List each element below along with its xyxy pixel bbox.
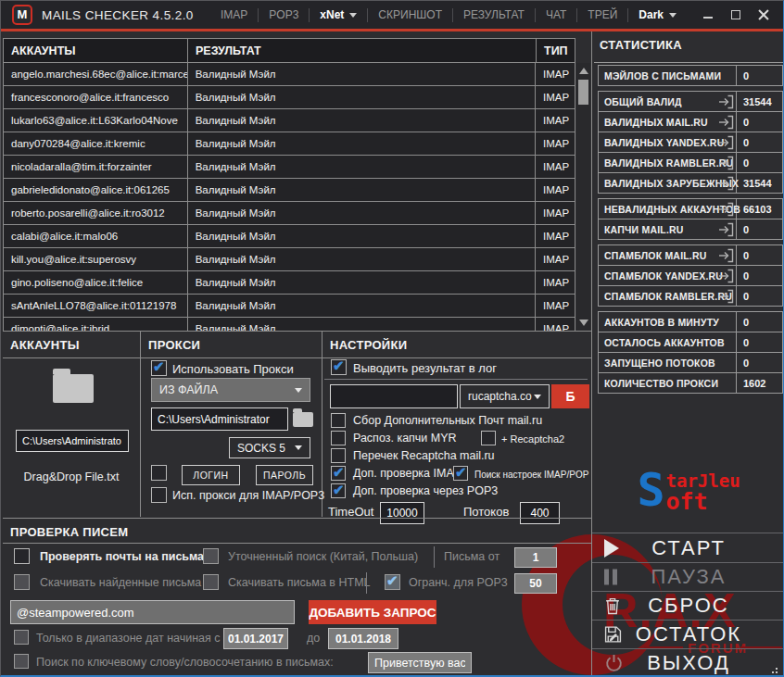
add-query-button[interactable]: ДОБАВИТЬ ЗАПРОС (309, 600, 436, 624)
download-html-label: Скачивать письма в HTML (228, 576, 371, 589)
table-row[interactable]: calabi@alice.it:malo06 Валидный Мэйл IMA… (4, 225, 575, 248)
menu-item[interactable]: СКРИНШОТ (367, 8, 452, 22)
keyword-search-checkbox[interactable] (14, 654, 29, 669)
accounts-file-path-input[interactable] (16, 430, 129, 452)
export-icon[interactable] (718, 289, 734, 307)
menu-item[interactable]: РЕЗУЛЬТАТ (452, 8, 535, 22)
folder-browse-icon[interactable] (293, 412, 313, 427)
stat-label-cell: КОЛИЧЕСТВО ПРОКСИ (599, 373, 737, 393)
export-icon[interactable] (718, 135, 734, 154)
column-header-accounts[interactable]: АККАУНТЫ (4, 39, 188, 62)
mail-check-panel: ПРОВЕРКА ПИСЕМ Проверять почты на письма… (3, 518, 591, 676)
table-row[interactable]: lukarlo63@alice.it:L63Karlo04Nove Валидн… (4, 109, 575, 132)
table-row[interactable]: angelo.marchesi.68ec@alice.it:marce Вали… (4, 63, 575, 86)
cell-type: IMAP (536, 109, 575, 132)
export-icon[interactable] (718, 94, 734, 113)
export-icon[interactable] (718, 248, 734, 267)
exit-button[interactable]: ВЫХОД (592, 648, 784, 677)
menu-item[interactable]: xNet (309, 8, 367, 22)
recaptcha2-checkbox[interactable] (481, 431, 496, 445)
start-button[interactable]: СТАРТ (592, 533, 784, 562)
proxy-login-button[interactable]: ЛОГИН (182, 465, 240, 485)
export-icon[interactable] (718, 269, 734, 287)
column-header-result[interactable]: РЕЗУЛЬТАТ (188, 39, 537, 62)
remainder-button[interactable]: ОСТАТОК (592, 620, 784, 648)
table-scrollbar[interactable] (576, 63, 590, 331)
menu-item[interactable]: POP3 (258, 8, 309, 22)
column-header-type[interactable]: ТИП (537, 39, 575, 62)
collect-extra-mail-checkbox[interactable] (331, 413, 346, 428)
pop3-limit-input[interactable] (514, 573, 557, 594)
keyword-input[interactable] (368, 652, 472, 673)
results-table-body: angelo.marchesi.68ec@alice.it:marce Вали… (3, 63, 575, 331)
search-query-input[interactable] (10, 600, 295, 624)
close-button[interactable] (750, 4, 778, 26)
letters-from-input[interactable] (514, 547, 557, 568)
proxy-for-mail-checkbox[interactable] (151, 487, 167, 503)
scroll-up-icon[interactable] (579, 68, 588, 74)
table-row[interactable]: sAntAnleLLO78@alice.it:01121978 Валидный… (4, 295, 575, 318)
table-row[interactable]: francesconoro@alice.it:francesco Валидны… (4, 86, 575, 109)
brand-logo-top: tarJleu (666, 471, 740, 490)
table-row[interactable]: dany070284@alice.it:kremic Валидный Мэйл… (4, 132, 575, 156)
cell-type: IMAP (536, 86, 575, 108)
proxy-source-select[interactable]: ИЗ ФАЙЛА (151, 378, 310, 402)
myr-captcha-checkbox[interactable] (331, 431, 346, 445)
table-row[interactable]: kill.you@alice.it:superosvy Валидный Мэй… (4, 248, 575, 271)
table-row[interactable]: roberto.posarelli@alice.it:ro3012 Валидн… (4, 202, 575, 225)
download-found-checkbox[interactable] (14, 574, 30, 590)
stat-row: ОСТАЛОСЬ АККАУНТОВ 0 (598, 332, 783, 353)
export-icon[interactable] (718, 222, 734, 241)
export-icon[interactable] (718, 156, 734, 174)
menu-item[interactable]: Dark (627, 8, 687, 22)
pop3-check-checkbox[interactable] (331, 483, 346, 498)
download-html-checkbox[interactable] (203, 574, 219, 590)
scroll-down-icon[interactable] (579, 320, 588, 326)
export-icon[interactable] (718, 176, 734, 194)
menu-item[interactable]: IMAP (210, 8, 258, 22)
date-to-input[interactable] (328, 628, 398, 649)
stat-label-cell: КАПЧИ MAIL.RU (599, 219, 737, 239)
menu-item[interactable]: ЧАТ (535, 8, 576, 22)
stat-label-cell: ВАЛИДНЫХ RAMBLER.RU (599, 153, 737, 172)
captcha-service-select[interactable]: rucaptcha.co (460, 384, 550, 408)
refined-search-checkbox[interactable] (203, 548, 219, 564)
table-row[interactable]: gino.poliseno@alice.it:felice Валидный М… (4, 271, 575, 295)
minimize-button[interactable] (694, 4, 722, 26)
date-range-checkbox[interactable] (14, 630, 29, 645)
cell-result: Валидный Мэйл (188, 86, 536, 108)
date-from-input[interactable] (223, 628, 288, 649)
proxy-file-path-input[interactable] (151, 407, 288, 431)
check-mail-checkbox[interactable] (14, 548, 30, 564)
log-output-checkbox[interactable] (331, 359, 347, 375)
play-icon (604, 539, 619, 558)
table-row[interactable]: nicoladaralla@tim.it:forzainter Валидный… (4, 156, 575, 179)
perechek-checkbox[interactable] (331, 448, 346, 463)
pause-button[interactable]: ПАУЗА (592, 562, 784, 591)
proxy-for-mail-label: Исп. прокси для IMAP/POP3 (172, 489, 324, 502)
imap-settings-checkbox[interactable] (453, 466, 468, 481)
reset-button[interactable]: СБРОС (592, 591, 784, 620)
pop3-check-label: Доп. проверка через POP3 (353, 484, 498, 497)
folder-dropzone-icon[interactable] (53, 374, 94, 403)
cell-result: Валидный Мэйл (188, 202, 536, 224)
export-icon[interactable] (718, 202, 734, 220)
use-proxy-checkbox[interactable] (151, 360, 167, 376)
export-icon[interactable] (718, 115, 734, 133)
proxy-type-select[interactable]: SOCKS 5 (229, 437, 310, 458)
menu-item-label: Dark (639, 8, 664, 21)
imap-check-checkbox[interactable] (331, 466, 346, 481)
captcha-key-input[interactable] (330, 384, 458, 408)
stat-value: 0 (737, 245, 782, 265)
scrollbar-thumb[interactable] (578, 80, 588, 105)
menu-item[interactable]: ТРЕЙ (576, 8, 627, 22)
proxy-password-button[interactable]: ПАРОЛЬ (256, 465, 313, 485)
proxy-auth-checkbox[interactable] (151, 465, 167, 481)
maximize-button[interactable] (722, 4, 750, 26)
resize-grip[interactable] (776, 668, 778, 670)
table-row[interactable]: gabrieledidonato@alice.it:061265 Валидны… (4, 179, 575, 202)
pop3-limit-checkbox[interactable] (385, 574, 400, 590)
table-row[interactable]: dimonti@alice.it:ibrid Валидный Мэйл IMA… (4, 318, 575, 331)
captcha-balance-button[interactable]: Б (551, 384, 589, 408)
refined-search-label: Уточненный поиск (Китай, Польша) (228, 550, 418, 563)
